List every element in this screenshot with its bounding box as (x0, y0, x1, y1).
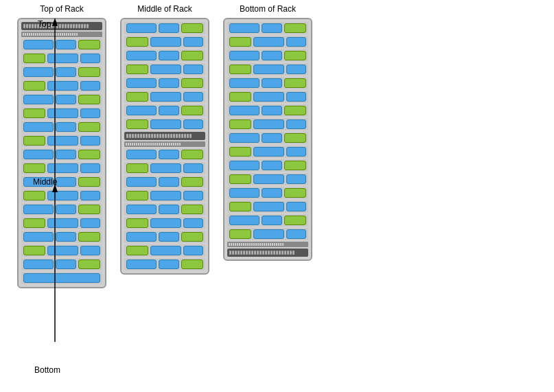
main-container: Top Middle Bottom Top of Rack Middle of … (0, 0, 554, 392)
server-row (227, 228, 308, 240)
rack-middle (120, 18, 209, 275)
bottom-label: Bottom (34, 365, 60, 375)
server-row (124, 36, 205, 48)
server-row (124, 203, 205, 216)
server-row (124, 189, 205, 202)
server-row (227, 187, 308, 199)
server-row (124, 162, 205, 174)
server-row (124, 91, 205, 103)
server-row (227, 91, 308, 103)
server-row (227, 104, 308, 117)
server-row (124, 231, 205, 243)
racks-area: Top of Rack Middle of Rack Bottom of Rac… (0, 0, 554, 392)
server-row (124, 104, 205, 117)
server-row (227, 36, 308, 48)
svg-marker-1 (52, 18, 58, 26)
left-label-area: Top Middle Bottom (0, 0, 65, 392)
server-row (124, 148, 205, 161)
vertical-arrow (49, 12, 60, 356)
server-row (124, 118, 205, 130)
server-row (124, 22, 205, 34)
server-row (124, 77, 205, 89)
server-row (227, 22, 308, 34)
server-row (227, 146, 308, 158)
server-row (227, 200, 308, 213)
server-row (124, 258, 205, 270)
server-row (227, 77, 308, 89)
server-row (124, 176, 205, 188)
server-row (227, 173, 308, 185)
server-row (124, 217, 205, 229)
server-row (227, 159, 308, 172)
patch-panel-3 (227, 242, 308, 247)
server-row (227, 132, 308, 144)
server-row (124, 49, 205, 62)
server-row (124, 244, 205, 257)
patch-panel-2 (124, 141, 205, 147)
rack3-title: Bottom of Rack (223, 4, 312, 14)
rack-bottom (223, 18, 312, 261)
server-row (227, 63, 308, 76)
server-row (227, 49, 308, 62)
rack2-title: Middle of Rack (120, 4, 209, 14)
server-row (124, 63, 205, 76)
switch-middle (124, 132, 205, 140)
switch-bottom (227, 249, 308, 257)
server-row (227, 118, 308, 130)
svg-marker-2 (52, 184, 58, 192)
server-row (227, 214, 308, 227)
